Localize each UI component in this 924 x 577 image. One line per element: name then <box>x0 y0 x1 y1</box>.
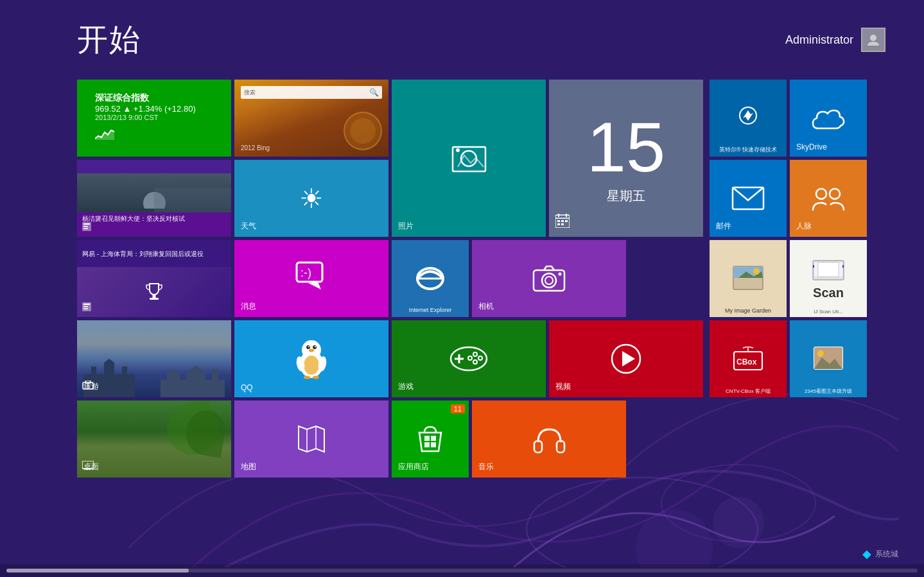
desktop-tile[interactable]: 桌面 <box>77 400 231 478</box>
row-3: 游戏 视频 <box>392 320 706 397</box>
col4-row2: 邮件 人脉 <box>710 160 870 237</box>
viewer-icon <box>813 346 844 372</box>
tile2345[interactable]: 2345看图王本级升级 <box>790 320 867 397</box>
intel-tile[interactable]: 英特尔® 快速存储技术 <box>710 80 787 157</box>
games-label: 游戏 <box>398 381 414 392</box>
news2-tile[interactable]: 网易 - 上海体育局：刘翔康复回国后或退役 <box>77 240 231 317</box>
maps-tile[interactable]: 地图 <box>234 400 388 478</box>
scrollbar-thumb[interactable] <box>6 569 189 573</box>
desktop-label: 桌面 <box>83 461 99 472</box>
svg-rect-70 <box>557 441 564 452</box>
stock-value: 969.52 ▲ +1.34% (+12.80) <box>95 104 213 114</box>
col4-row3: My Image Garden Scan IJ Scan Uti... <box>710 240 870 317</box>
store-icon <box>414 423 446 455</box>
svg-point-80 <box>753 268 760 275</box>
skydrive-tile[interactable]: SkyDrive <box>790 80 867 157</box>
qq-tile[interactable]: QQ <box>234 320 388 397</box>
people-label: 人脉 <box>796 221 812 232</box>
weather-icon: ☀ <box>299 183 324 214</box>
svg-point-55 <box>559 273 562 276</box>
svg-point-33 <box>304 375 310 379</box>
tiles-container: 深证综合指数 969.52 ▲ +1.34% (+12.80) 2013/2/1… <box>0 73 924 478</box>
bing-search-bar[interactable]: 搜索 🔍 <box>241 86 382 99</box>
row-4: 应用商店 11 音乐 <box>392 400 706 478</box>
ie-icon <box>413 261 448 297</box>
news1-tile[interactable]: 杨洁篪召见朝鲜大使：坚决反对核试 <box>77 160 231 237</box>
map-icon <box>295 423 327 455</box>
camera-icon <box>532 265 566 292</box>
people-icon <box>812 186 845 211</box>
svg-rect-11 <box>150 298 159 300</box>
bing-tile[interactable]: 搜索 🔍 2012 Bing <box>234 80 388 157</box>
video-tile[interactable]: 视频 <box>549 320 703 397</box>
scrollbar[interactable] <box>0 564 924 577</box>
svg-rect-48 <box>565 220 568 222</box>
row-1: 照片 15 星期五 <box>392 80 706 237</box>
column-1: 深证综合指数 969.52 ▲ +1.34% (+12.80) 2013/2/1… <box>77 80 231 478</box>
music-tile[interactable]: 音乐 <box>472 400 626 478</box>
svg-rect-8 <box>83 226 88 227</box>
watermark-logo: ◆ <box>862 547 871 561</box>
myimage-icon <box>732 265 764 292</box>
mail-label: 邮件 <box>716 221 731 232</box>
svg-marker-64 <box>622 351 635 366</box>
stock-date: 2013/2/13 9:00 CST <box>95 114 213 121</box>
intel-icon <box>733 105 763 131</box>
mail-tile[interactable]: 邮件 <box>710 160 787 237</box>
svg-rect-65 <box>424 436 430 441</box>
svg-point-40 <box>461 151 476 166</box>
avatar[interactable] <box>861 28 885 52</box>
svg-rect-9 <box>83 228 88 230</box>
svg-point-61 <box>473 360 477 364</box>
weather-label: 天气 <box>241 221 256 232</box>
svg-point-4 <box>870 35 876 41</box>
page-title: 开始 <box>77 19 141 60</box>
chart-icon <box>95 127 213 144</box>
people-tile[interactable]: 人脉 <box>790 160 867 237</box>
svg-rect-47 <box>561 220 564 222</box>
svg-point-54 <box>545 277 553 284</box>
svg-rect-68 <box>431 442 436 447</box>
news1-headline: 杨洁篪召见朝鲜大使：坚决反对核试 <box>82 214 226 223</box>
svg-point-0 <box>527 478 758 567</box>
photos-tile[interactable]: 照片 <box>392 80 546 237</box>
stock-tile[interactable]: 深证综合指数 969.52 ▲ +1.34% (+12.80) 2013/2/1… <box>77 80 231 157</box>
column-2: 搜索 🔍 2012 Bing ☀ 天气 :-) 消息 <box>234 80 388 478</box>
store-tile[interactable]: 应用商店 11 <box>392 400 469 478</box>
myimage-tile[interactable]: My Image Garden <box>710 240 787 317</box>
svg-point-29 <box>308 346 309 347</box>
camera-tile[interactable]: 相机 <box>472 240 626 317</box>
calendar-number: 15 <box>587 112 665 182</box>
svg-point-27 <box>306 345 310 349</box>
ie-tile[interactable]: Internet Explorer <box>392 240 469 317</box>
svg-point-31 <box>309 349 314 352</box>
store-badge: 11 <box>451 404 465 413</box>
camera-label: 相机 <box>478 301 494 312</box>
svg-point-91 <box>817 350 824 357</box>
cntv-tile[interactable]: CBox CNTV-CBox 客户端 <box>710 320 787 397</box>
cntv-icon: CBox <box>733 347 763 371</box>
qq-label: QQ <box>241 383 253 392</box>
store-label: 应用商店 <box>398 461 429 472</box>
travel-tile[interactable]: 旅游 <box>77 320 231 397</box>
qq-icon <box>294 338 329 380</box>
tile2345-label: 2345看图王本级升级 <box>792 388 865 395</box>
calendar-tile[interactable]: 15 星期五 <box>549 80 703 237</box>
col4-row1: 英特尔® 快速存储技术 SkyDrive <box>710 80 870 157</box>
svg-rect-66 <box>431 436 436 441</box>
column-4: 英特尔® 快速存储技术 SkyDrive 邮件 <box>710 80 870 478</box>
svg-rect-14 <box>83 306 88 307</box>
svg-point-53 <box>542 273 556 288</box>
ie-label: Internet Explorer <box>394 307 467 314</box>
svg-point-41 <box>456 148 460 152</box>
weather-tile[interactable]: ☀ 天气 <box>234 160 388 237</box>
user-info[interactable]: Administrator <box>785 28 885 52</box>
intel-label: 英特尔® 快速存储技术 <box>711 146 785 153</box>
games-tile[interactable]: 游戏 <box>392 320 546 397</box>
headphones-icon <box>532 423 567 455</box>
svg-rect-67 <box>424 442 430 447</box>
photos-label: 照片 <box>398 221 414 232</box>
ijscan-tile[interactable]: Scan IJ Scan Uti... <box>790 240 867 317</box>
messaging-tile[interactable]: :-) 消息 <box>234 240 388 317</box>
ijscan-label: IJ Scan Uti... <box>792 309 865 315</box>
